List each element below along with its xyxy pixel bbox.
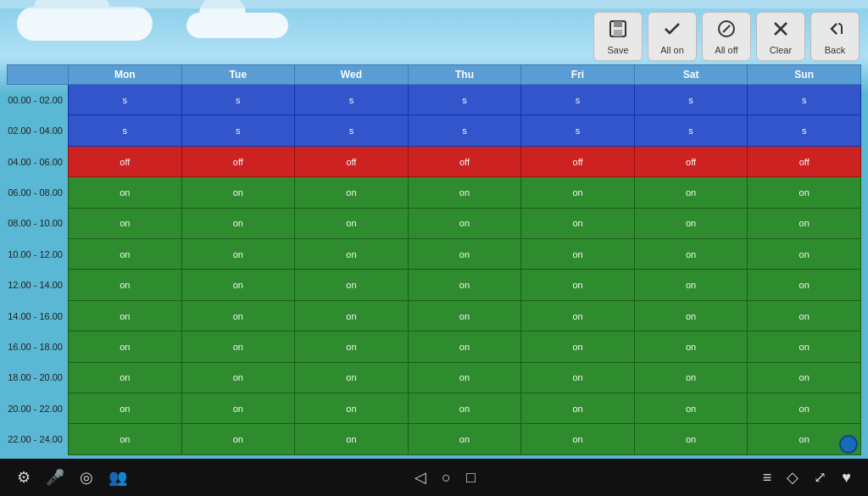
cell-9-5[interactable]: on [634, 362, 748, 393]
cell-10-6[interactable]: on [748, 393, 861, 424]
cell-6-0[interactable]: on [69, 270, 182, 300]
cell-1-4[interactable]: s [521, 115, 635, 146]
cell-11-1[interactable]: on [181, 424, 295, 455]
cell-8-3[interactable]: on [408, 332, 521, 362]
menu-icon[interactable]: ≡ [763, 469, 772, 487]
cell-6-3[interactable]: on [408, 270, 521, 300]
cell-4-1[interactable]: on [181, 208, 295, 238]
cell-10-5[interactable]: on [634, 393, 748, 424]
cell-8-1[interactable]: on [181, 332, 295, 362]
cell-8-5[interactable]: on [634, 332, 748, 362]
cell-0-4[interactable]: s [521, 85, 635, 115]
cell-5-1[interactable]: on [181, 239, 295, 270]
cell-2-0[interactable]: off [69, 146, 182, 176]
cell-1-6[interactable]: s [748, 115, 861, 146]
cell-7-5[interactable]: on [634, 300, 748, 331]
cell-5-0[interactable]: on [69, 239, 182, 270]
cell-9-0[interactable]: on [69, 362, 182, 393]
cell-3-6[interactable]: on [748, 177, 861, 208]
cell-7-1[interactable]: on [181, 300, 295, 331]
cell-5-4[interactable]: on [521, 239, 635, 270]
cell-1-2[interactable]: s [295, 115, 409, 146]
cell-11-3[interactable]: on [408, 424, 521, 455]
mic-icon[interactable]: 🎤 [46, 468, 64, 487]
cell-2-1[interactable]: off [181, 146, 295, 176]
cell-2-2[interactable]: off [295, 146, 409, 176]
cell-2-4[interactable]: off [521, 146, 635, 176]
cell-7-2[interactable]: on [295, 300, 409, 331]
cell-4-2[interactable]: on [295, 208, 409, 238]
cell-10-0[interactable]: on [69, 393, 182, 424]
cell-4-4[interactable]: on [521, 208, 635, 238]
cell-9-6[interactable]: on [748, 362, 861, 393]
clear-button[interactable]: Clear [756, 12, 805, 61]
cell-7-3[interactable]: on [408, 300, 521, 331]
cell-0-2[interactable]: s [295, 85, 409, 115]
cell-8-6[interactable]: on [748, 332, 861, 362]
cell-0-0[interactable]: s [69, 85, 182, 115]
cell-6-1[interactable]: on [181, 270, 295, 300]
cell-5-5[interactable]: on [634, 239, 748, 270]
cell-0-6[interactable]: s [748, 85, 861, 115]
cell-10-4[interactable]: on [521, 393, 635, 424]
cell-6-2[interactable]: on [295, 270, 409, 300]
cell-10-2[interactable]: on [295, 393, 409, 424]
cell-4-5[interactable]: on [634, 208, 748, 238]
cell-10-1[interactable]: on [181, 393, 295, 424]
cell-6-4[interactable]: on [521, 270, 635, 300]
fullscreen-icon[interactable]: ⤢ [814, 468, 826, 487]
cell-6-5[interactable]: on [634, 270, 748, 300]
recents-icon[interactable]: □ [466, 469, 476, 487]
cell-2-5[interactable]: off [634, 146, 748, 176]
cell-10-3[interactable]: on [408, 393, 521, 424]
cell-0-5[interactable]: s [634, 85, 748, 115]
home-icon[interactable]: ○ [442, 469, 451, 487]
cell-9-1[interactable]: on [181, 362, 295, 393]
cell-0-1[interactable]: s [181, 85, 295, 115]
cell-3-1[interactable]: on [181, 177, 295, 208]
cell-1-3[interactable]: s [408, 115, 521, 146]
save-button[interactable]: Save [593, 12, 643, 61]
cell-8-0[interactable]: on [69, 332, 182, 362]
cell-3-3[interactable]: on [408, 177, 521, 208]
cell-4-0[interactable]: on [69, 208, 182, 238]
cell-4-6[interactable]: on [748, 208, 861, 238]
cell-4-3[interactable]: on [408, 208, 521, 238]
cell-6-6[interactable]: on [748, 270, 861, 300]
back-nav-icon[interactable]: ◁ [415, 468, 426, 487]
cell-1-5[interactable]: s [634, 115, 748, 146]
all-off-button[interactable]: All off [702, 12, 751, 61]
cell-5-3[interactable]: on [408, 239, 521, 270]
cell-11-5[interactable]: on [634, 424, 748, 455]
cell-3-2[interactable]: on [295, 177, 409, 208]
cell-9-3[interactable]: on [408, 362, 521, 393]
cell-5-6[interactable]: on [748, 239, 861, 270]
cell-7-4[interactable]: on [521, 300, 635, 331]
cell-7-6[interactable]: on [748, 300, 861, 331]
network-icon[interactable]: 👥 [108, 468, 127, 487]
cell-2-6[interactable]: off [748, 146, 861, 176]
cell-2-3[interactable]: off [408, 146, 521, 176]
back-button[interactable]: Back [810, 12, 860, 61]
cell-11-4[interactable]: on [521, 424, 635, 455]
heart-icon[interactable]: ♥ [842, 469, 851, 487]
cell-1-0[interactable]: s [69, 115, 182, 146]
cell-11-2[interactable]: on [295, 424, 409, 455]
cell-11-0[interactable]: on [69, 424, 182, 455]
all-on-button[interactable]: All on [648, 12, 697, 61]
cell-1-1[interactable]: s [181, 115, 295, 146]
cell-7-0[interactable]: on [69, 300, 182, 331]
wifi-icon[interactable]: ◇ [787, 468, 798, 487]
cell-0-3[interactable]: s [408, 85, 521, 115]
cell-3-0[interactable]: on [69, 177, 182, 208]
cell-8-2[interactable]: on [295, 332, 409, 362]
cell-9-4[interactable]: on [521, 362, 635, 393]
cell-8-4[interactable]: on [521, 332, 635, 362]
cell-9-2[interactable]: on [295, 362, 409, 393]
location-icon[interactable]: ◎ [80, 468, 93, 487]
cell-3-5[interactable]: on [634, 177, 748, 208]
cell-3-4[interactable]: on [521, 177, 635, 208]
cell-5-2[interactable]: on [295, 239, 409, 270]
helper-circle[interactable] [839, 435, 858, 454]
settings-icon[interactable]: ⚙ [17, 468, 31, 487]
